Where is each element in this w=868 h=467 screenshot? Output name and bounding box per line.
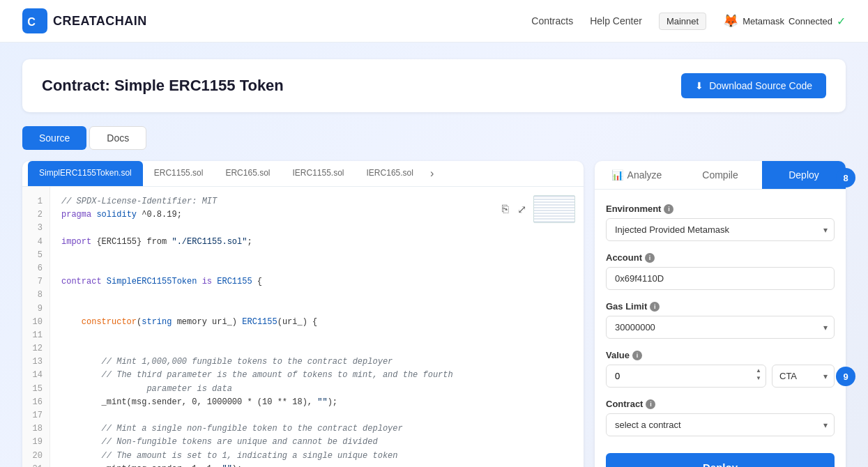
environment-select-wrapper: Injected Provided Metamask ▾ bbox=[606, 218, 835, 241]
account-info-icon[interactable]: i bbox=[645, 253, 655, 263]
value-field-group: Value i ▲ ▼ bbox=[606, 350, 835, 388]
environment-select[interactable]: Injected Provided Metamask bbox=[606, 218, 835, 241]
contracts-nav-link[interactable]: Contracts bbox=[531, 15, 573, 26]
right-panel-wrapper: 📊 Analyze Compile Deploy Environment i bbox=[595, 161, 846, 467]
help-center-nav-link[interactable]: Help Center bbox=[590, 15, 642, 26]
download-label: Download Source Code bbox=[709, 80, 812, 91]
logo-icon: C bbox=[22, 8, 47, 33]
value-increment-button[interactable]: ▲ bbox=[754, 367, 763, 374]
deploy-button[interactable]: Deploy bbox=[606, 453, 835, 467]
value-info-icon[interactable]: i bbox=[632, 351, 642, 360]
code-tab-simpleerc1155token[interactable]: SimplERC1155Token.sol bbox=[28, 161, 143, 186]
logo[interactable]: C CREATACHAIN bbox=[22, 8, 147, 33]
code-body: 12345 678910 1112131415 1617181920 2122 … bbox=[22, 187, 584, 467]
right-tabs: 📊 Analyze Compile Deploy bbox=[595, 161, 846, 190]
tab-compile[interactable]: Compile bbox=[678, 161, 762, 189]
tab-analyze[interactable]: 📊 Analyze bbox=[595, 161, 678, 189]
tab-source[interactable]: Source bbox=[22, 126, 86, 150]
app-header: C CREATACHAIN Contracts Help Center Main… bbox=[0, 0, 868, 43]
code-file-tabs: SimplERC1155Token.sol ERC1155.sol ERC165… bbox=[22, 161, 584, 187]
environment-info-icon[interactable]: i bbox=[664, 204, 673, 214]
network-badge: Mainnet bbox=[659, 13, 706, 30]
tab-docs[interactable]: Docs bbox=[89, 126, 146, 150]
gas-limit-select-wrapper: 30000000 ▾ bbox=[606, 316, 835, 339]
copy-code-button[interactable]: ⎘ bbox=[501, 201, 510, 217]
code-tab-ierc165[interactable]: IERC165.sol bbox=[356, 161, 425, 186]
environment-label: Environment i bbox=[606, 204, 835, 214]
gas-limit-info-icon[interactable]: i bbox=[650, 302, 660, 312]
currency-select-wrapper: CTA ETH WEI ▾ bbox=[772, 365, 835, 388]
svg-text:C: C bbox=[27, 15, 36, 28]
metamask-label: Metamask bbox=[743, 16, 784, 26]
code-content: // SPDX-License-Identifier: MIT pragma s… bbox=[50, 187, 584, 467]
logo-text: CREATACHAIN bbox=[53, 14, 147, 29]
currency-select[interactable]: CTA ETH WEI bbox=[772, 365, 835, 388]
right-panel: 📊 Analyze Compile Deploy Environment i bbox=[595, 161, 846, 467]
code-minimap bbox=[533, 195, 575, 223]
code-tab-erc1155[interactable]: ERC1155.sol bbox=[143, 161, 215, 186]
header-nav: Contracts Help Center Mainnet 🦊 Metamask… bbox=[531, 13, 846, 30]
right-body: Environment i Injected Provided Metamask… bbox=[595, 190, 846, 467]
contract-field-group: Contract i select a contract ▾ bbox=[606, 399, 835, 436]
connected-checkmark-icon: ✓ bbox=[837, 15, 846, 28]
contract-header-card: Contract: Simple ERC1155 Token ⬇ Downloa… bbox=[22, 59, 846, 112]
contract-select[interactable]: select a contract bbox=[606, 413, 835, 436]
contract-label: Contract i bbox=[606, 399, 835, 409]
contract-title: Contract: Simple ERC1155 Token bbox=[42, 77, 284, 95]
main-tabs-row: Source Docs bbox=[22, 126, 846, 150]
analyze-label: Analyze bbox=[627, 169, 662, 181]
tab-deploy[interactable]: Deploy bbox=[762, 161, 846, 189]
download-icon: ⬇ bbox=[695, 80, 703, 91]
code-tools: ⎘ ⤢ bbox=[501, 195, 575, 223]
code-panel: SimplERC1155Token.sol ERC1155.sol ERC165… bbox=[22, 161, 584, 467]
contract-info-icon[interactable]: i bbox=[646, 399, 655, 409]
account-label: Account i bbox=[606, 252, 835, 263]
gas-limit-field-group: Gas Limit i 30000000 ▾ bbox=[606, 301, 835, 339]
gas-limit-select[interactable]: 30000000 bbox=[606, 316, 835, 339]
connected-label: Connected bbox=[789, 16, 832, 26]
value-row: ▲ ▼ CTA ETH WEI ▾ bbox=[606, 365, 835, 388]
code-tab-erc165[interactable]: ERC165.sol bbox=[214, 161, 281, 186]
analyze-icon: 📊 bbox=[611, 169, 623, 181]
value-input-wrapper: ▲ ▼ bbox=[606, 365, 766, 388]
metamask-icon: 🦊 bbox=[723, 13, 738, 29]
page-container: Contract: Simple ERC1155 Token ⬇ Downloa… bbox=[0, 43, 868, 467]
environment-field-group: Environment i Injected Provided Metamask… bbox=[606, 204, 835, 241]
contract-select-wrapper: select a contract ▾ bbox=[606, 413, 835, 436]
value-spinners: ▲ ▼ bbox=[754, 367, 763, 382]
download-source-button[interactable]: ⬇ Download Source Code bbox=[681, 73, 826, 98]
main-content: SimplERC1155Token.sol ERC1155.sol ERC165… bbox=[22, 161, 846, 467]
value-decrement-button[interactable]: ▼ bbox=[754, 375, 763, 382]
metamask-status: 🦊 Metamask Connected ✓ bbox=[723, 13, 846, 29]
account-field-group: Account i 0x69f4110D bbox=[606, 252, 835, 290]
gas-limit-label: Gas Limit i bbox=[606, 301, 835, 312]
step-badge-8: 8 bbox=[836, 168, 855, 187]
value-input[interactable] bbox=[606, 365, 766, 388]
expand-code-button[interactable]: ⤢ bbox=[516, 201, 528, 217]
code-tabs-arrow-icon[interactable]: › bbox=[425, 162, 439, 185]
account-input[interactable]: 0x69f4110D bbox=[606, 267, 835, 290]
value-label: Value i bbox=[606, 350, 835, 360]
code-tab-ierc1155[interactable]: IERC1155.sol bbox=[281, 161, 355, 186]
line-numbers: 12345 678910 1112131415 1617181920 2122 bbox=[22, 187, 50, 467]
step-badge-9: 9 bbox=[836, 367, 855, 386]
